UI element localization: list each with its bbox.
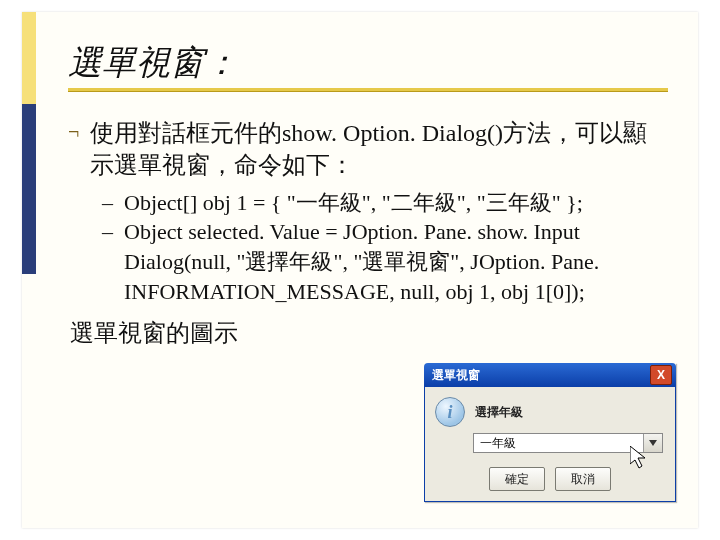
sub-text-1: Object[] obj 1 = { "一年級", "二年級", "三年級" }… bbox=[124, 188, 668, 218]
dialog-label: 選擇年級 bbox=[475, 404, 523, 421]
bullet-text: 使用對話框元件的show. Option. Dialog()方法，可以顯示選單視… bbox=[90, 117, 668, 182]
dash-glyph: – bbox=[102, 217, 124, 247]
svg-marker-0 bbox=[649, 440, 657, 446]
cancel-button[interactable]: 取消 bbox=[555, 467, 611, 491]
cancel-label: 取消 bbox=[571, 471, 595, 488]
grade-combobox[interactable]: 一年級 bbox=[473, 433, 663, 453]
option-dialog: 選單視窗 X i 選擇年級 一年級 bbox=[424, 363, 676, 502]
info-icon: i bbox=[435, 397, 465, 427]
dialog-body: i 選擇年級 一年級 確定 取消 bbox=[424, 387, 676, 502]
info-glyph: i bbox=[447, 402, 452, 423]
dialog-message-row: i 選擇年級 bbox=[435, 397, 665, 427]
accent-bar-bottom bbox=[22, 104, 36, 274]
sub-item-cont: Dialog(null, "選擇年級", "選單視窗", JOption. Pa… bbox=[102, 247, 668, 306]
accent-bar-top bbox=[22, 12, 36, 104]
sub-item: – Object[] obj 1 = { "一年級", "二年級", "三年級"… bbox=[102, 188, 668, 218]
dialog-title: 選單視窗 bbox=[432, 367, 650, 384]
bullet-item: ¬ 使用對話框元件的show. Option. Dialog()方法，可以顯示選… bbox=[68, 117, 668, 182]
sub-list: – Object[] obj 1 = { "一年級", "二年級", "三年級"… bbox=[102, 188, 668, 307]
sub-text-2: Object selected. Value = JOption. Pane. … bbox=[124, 217, 668, 247]
combobox-value: 一年級 bbox=[474, 435, 643, 452]
bullet-glyph: ¬ bbox=[68, 117, 90, 147]
slide: 選單視窗： ¬ 使用對話框元件的show. Option. Dialog()方法… bbox=[22, 12, 698, 528]
slide-title: 選單視窗： bbox=[68, 40, 668, 86]
ok-label: 確定 bbox=[505, 471, 529, 488]
sub-text-cont: Dialog(null, "選擇年級", "選單視窗", JOption. Pa… bbox=[124, 247, 668, 306]
combobox-dropdown-button[interactable] bbox=[643, 434, 662, 452]
slide-body: ¬ 使用對話框元件的show. Option. Dialog()方法，可以顯示選… bbox=[68, 117, 668, 349]
caption: 選單視窗的圖示 bbox=[70, 317, 668, 349]
sub-item: – Object selected. Value = JOption. Pane… bbox=[102, 217, 668, 247]
title-underline bbox=[68, 88, 668, 91]
close-icon: X bbox=[657, 369, 665, 381]
chevron-down-icon bbox=[649, 440, 657, 446]
dialog-titlebar[interactable]: 選單視窗 X bbox=[424, 363, 676, 387]
dialog-button-row: 確定 取消 bbox=[435, 467, 665, 491]
ok-button[interactable]: 確定 bbox=[489, 467, 545, 491]
dash-glyph: – bbox=[102, 188, 124, 218]
close-button[interactable]: X bbox=[650, 365, 672, 385]
